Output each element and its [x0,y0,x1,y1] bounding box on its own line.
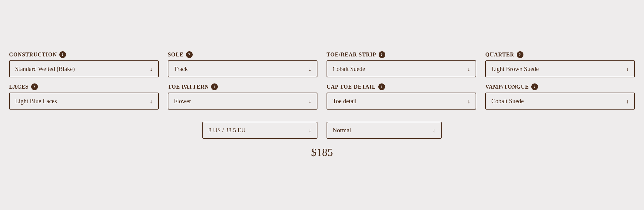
toe-rear-strip-label-text: TOE/REAR STRIP [327,52,376,58]
laces-arrow: ↓ [150,98,153,105]
laces-label-text: LACES [9,84,29,90]
width-value: Normal [333,127,351,134]
sole-help-icon[interactable]: ? [186,51,193,58]
sole-arrow: ↓ [308,66,311,73]
row-1: CONSTRUCTION ? Standard Welted (Blake) ↓… [9,51,635,77]
sole-group: SOLE ? Track ↓ [168,51,317,77]
construction-arrow: ↓ [150,66,153,73]
quarter-label-text: QUARTER [485,52,514,58]
quarter-group: QUARTER ? Light Brown Suede ↓ [485,51,635,77]
vamp-tongue-label: VAMP/TONGUE ? [485,83,635,90]
construction-label-text: CONSTRUCTION [9,52,57,58]
quarter-select[interactable]: Light Brown Suede ↓ [485,60,635,77]
sole-label: SOLE ? [168,51,317,58]
construction-help-icon[interactable]: ? [59,51,66,58]
toe-pattern-help-icon[interactable]: ? [211,83,218,90]
vamp-tongue-group: VAMP/TONGUE ? Cobalt Suede ↓ [485,83,635,110]
toe-rear-strip-group: TOE/REAR STRIP ? Cobalt Suede ↓ [327,51,476,77]
sole-select[interactable]: Track ↓ [168,60,317,77]
construction-group: CONSTRUCTION ? Standard Welted (Blake) ↓ [9,51,159,77]
center-section: 8 US / 38.5 EU ↓ Normal ↓ $185 [9,122,635,159]
quarter-arrow: ↓ [626,66,629,73]
quarter-help-icon[interactable]: ? [517,51,523,58]
vamp-tongue-value: Cobalt Suede [491,98,524,105]
construction-value: Standard Welted (Blake) [15,66,75,73]
cap-toe-detail-value: Toe detail [333,98,357,105]
toe-pattern-group: TOE PATTERN ? Flower ↓ [168,83,317,110]
size-value: 8 US / 38.5 EU [208,127,246,134]
toe-rear-strip-label: TOE/REAR STRIP ? [327,51,476,58]
cap-toe-detail-help-icon[interactable]: ? [378,83,385,90]
quarter-label: QUARTER ? [485,51,635,58]
toe-pattern-select[interactable]: Flower ↓ [168,93,317,110]
toe-rear-strip-value: Cobalt Suede [333,66,365,73]
vamp-tongue-select[interactable]: Cobalt Suede ↓ [485,93,635,110]
main-container: CONSTRUCTION ? Standard Welted (Blake) ↓… [0,39,644,171]
laces-help-icon[interactable]: ? [31,83,38,90]
price-display: $185 [311,146,333,159]
cap-toe-detail-label: CAP TOE DETAIL ? [327,83,476,90]
vamp-tongue-help-icon[interactable]: ? [531,83,538,90]
toe-pattern-label-text: TOE PATTERN [168,84,209,90]
laces-value: Light Blue Laces [15,98,57,105]
vamp-tongue-label-text: VAMP/TONGUE [485,84,529,90]
cap-toe-detail-select[interactable]: Toe detail ↓ [327,93,476,110]
vamp-tongue-arrow: ↓ [626,98,629,105]
size-width-row: 8 US / 38.5 EU ↓ Normal ↓ [202,122,442,139]
cap-toe-detail-arrow: ↓ [467,98,470,105]
sole-value: Track [174,66,188,73]
laces-label: LACES ? [9,83,159,90]
size-select[interactable]: 8 US / 38.5 EU ↓ [202,122,317,139]
cap-toe-detail-label-text: CAP TOE DETAIL [327,84,376,90]
width-select[interactable]: Normal ↓ [327,122,442,139]
toe-rear-strip-select[interactable]: Cobalt Suede ↓ [327,60,476,77]
quarter-value: Light Brown Suede [491,66,539,73]
laces-select[interactable]: Light Blue Laces ↓ [9,93,159,110]
toe-pattern-label: TOE PATTERN ? [168,83,317,90]
toe-pattern-arrow: ↓ [308,98,311,105]
cap-toe-detail-group: CAP TOE DETAIL ? Toe detail ↓ [327,83,476,110]
construction-select[interactable]: Standard Welted (Blake) ↓ [9,60,159,77]
construction-label: CONSTRUCTION ? [9,51,159,58]
toe-rear-strip-help-icon[interactable]: ? [379,51,385,58]
row-2: LACES ? Light Blue Laces ↓ TOE PATTERN ?… [9,83,635,110]
size-arrow: ↓ [308,127,311,134]
laces-group: LACES ? Light Blue Laces ↓ [9,83,159,110]
width-arrow: ↓ [433,127,436,134]
sole-label-text: SOLE [168,52,184,58]
toe-pattern-value: Flower [174,98,191,105]
toe-rear-strip-arrow: ↓ [467,66,470,73]
